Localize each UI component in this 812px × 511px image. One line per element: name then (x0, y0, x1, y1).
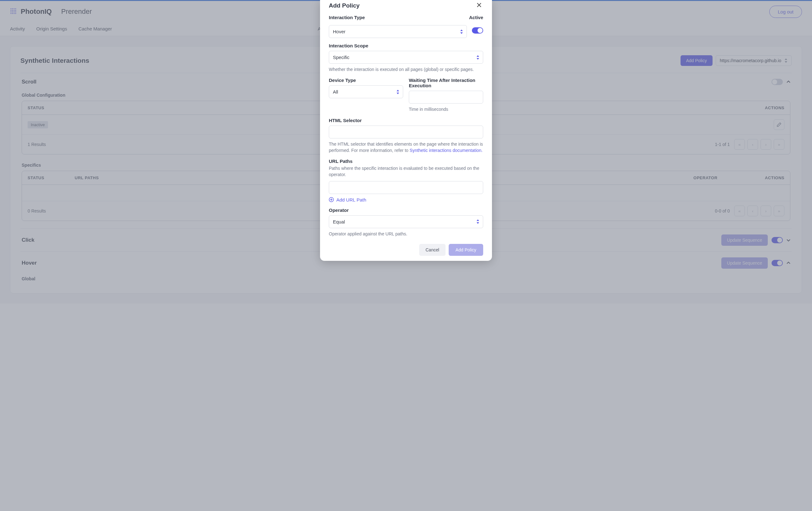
label-interaction-type: Interaction Type (329, 15, 465, 20)
plus-circle-icon (329, 197, 334, 202)
interaction-scope-select[interactable] (329, 51, 483, 64)
help-selector: The HTML selector that identifies elemen… (329, 141, 483, 154)
label-waiting-time: Waiting Time After Interaction Execution (409, 78, 483, 88)
add-policy-modal: Add Policy Interaction Type Active Inter… (320, 0, 492, 261)
waiting-time-input[interactable] (409, 91, 483, 104)
modal-title: Add Policy (329, 2, 359, 9)
label-active: Active (469, 15, 483, 20)
active-toggle[interactable] (472, 27, 483, 34)
modal-close-button[interactable] (475, 2, 483, 9)
cancel-button[interactable]: Cancel (419, 244, 445, 256)
help-scope: Whether the interaction is executed on a… (329, 66, 483, 73)
url-path-input[interactable] (329, 181, 483, 194)
docs-link[interactable]: Synthetic interactions documentation. (410, 148, 483, 153)
help-waiting: Time in milliseconds (409, 106, 483, 112)
html-selector-input[interactable] (329, 125, 483, 138)
operator-select[interactable] (329, 215, 483, 228)
close-icon (477, 3, 481, 7)
help-url-paths: Paths where the specific interaction is … (329, 165, 483, 178)
help-operator: Operator applied against the URL paths. (329, 231, 483, 237)
add-url-label: Add URL Path (336, 197, 366, 202)
add-url-path-button[interactable]: Add URL Path (329, 197, 483, 202)
interaction-type-select[interactable] (329, 25, 467, 38)
label-interaction-scope: Interaction Scope (329, 43, 483, 48)
label-device-type: Device Type (329, 78, 403, 83)
label-html-selector: HTML Selector (329, 118, 483, 123)
submit-add-policy-button[interactable]: Add Policy (449, 244, 483, 256)
label-operator: Operator (329, 207, 483, 213)
device-type-select[interactable] (329, 85, 403, 98)
label-url-paths: URL Paths (329, 159, 483, 164)
